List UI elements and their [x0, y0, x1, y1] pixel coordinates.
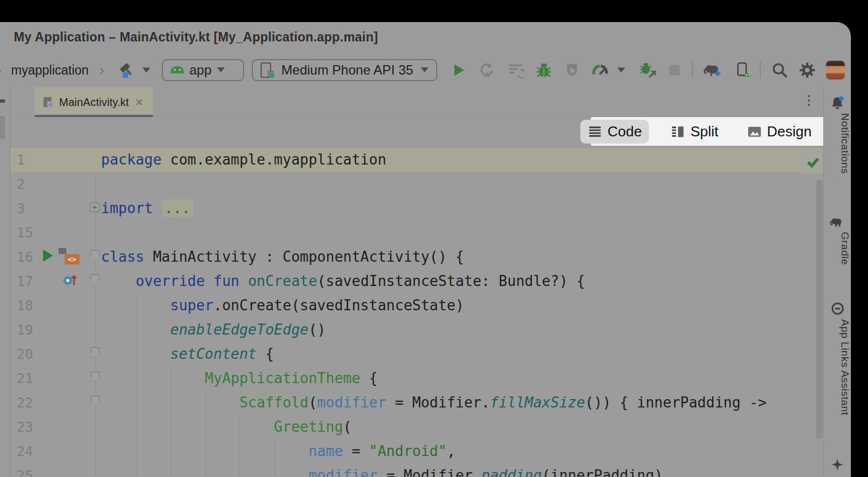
- module-selector[interactable]: app: [162, 59, 244, 81]
- sidebar-item-gradle[interactable]: Gradle: [824, 232, 851, 265]
- mode-split-label: Split: [690, 123, 718, 140]
- ide-window: My Application – MainActivity.kt [My_App…: [0, 22, 851, 477]
- code-text: modifier = Modifier.padding(innerPadding…: [101, 467, 663, 477]
- profiler-gauge-icon[interactable]: [592, 62, 608, 78]
- mode-split-button[interactable]: Split: [663, 120, 726, 144]
- inspections-status[interactable]: [801, 150, 824, 174]
- code-text: class MainActivity : ComponentActivity()…: [101, 248, 464, 265]
- code-text: enableEdgeToEdge(): [101, 321, 326, 338]
- bell-icon[interactable]: [824, 96, 851, 110]
- code-line[interactable]: 2: [0, 172, 824, 197]
- code-line[interactable]: 15: [0, 221, 824, 245]
- code-text: setContent {: [101, 346, 274, 362]
- override-method-gutter-icon[interactable]: [62, 271, 78, 290]
- sidebar-item-app-links-assistant[interactable]: App Links Assistant: [824, 319, 851, 415]
- code-line[interactable]: 3import ...: [0, 197, 824, 221]
- user-avatar[interactable]: [826, 61, 845, 80]
- chevron-down-icon[interactable]: [142, 67, 150, 72]
- scrollbar[interactable]: [816, 179, 823, 439]
- code-text: super.onCreate(savedInstanceState): [101, 297, 464, 314]
- run-button[interactable]: [451, 62, 466, 78]
- line-number[interactable]: 23: [17, 419, 33, 435]
- app-links-icon[interactable]: [824, 301, 851, 316]
- mode-design-label: Design: [767, 123, 812, 140]
- run-gutter-icon[interactable]: [43, 250, 53, 262]
- line-number[interactable]: 15: [17, 225, 33, 241]
- tab-mainactivity[interactable]: MainActivity.kt ✕: [35, 87, 153, 117]
- line-number[interactable]: 18: [17, 298, 33, 314]
- line-number[interactable]: 20: [17, 346, 33, 362]
- code-line[interactable]: 20 setContent {: [0, 342, 824, 367]
- compose-preview-gutter-icon[interactable]: <>: [59, 248, 80, 264]
- toolbar-divider: [760, 62, 761, 78]
- gradle-elephant-icon[interactable]: [824, 215, 851, 229]
- attach-debugger-icon[interactable]: [639, 61, 657, 79]
- chevron-down-icon[interactable]: [617, 67, 625, 72]
- stop-button: [669, 65, 680, 75]
- kotlin-file-icon: [41, 96, 54, 109]
- breadcrumb[interactable]: myapplication: [11, 62, 89, 77]
- code-line[interactable]: 21 MyApplicationTheme {: [0, 367, 824, 391]
- code-text: Scaffold(modifier = Modifier.fillMaxSize…: [101, 394, 766, 411]
- code-line[interactable]: 19 enableEdgeToEdge(): [0, 318, 824, 342]
- gradle-sync-icon[interactable]: [703, 61, 723, 79]
- check-ok-icon: [805, 154, 821, 169]
- code-text: import ...: [101, 200, 193, 216]
- code-text: override fun onCreate(savedInstanceState…: [101, 273, 585, 289]
- line-number[interactable]: 17: [17, 273, 33, 289]
- settings-gear-icon[interactable]: [798, 61, 816, 79]
- code-line[interactable]: 23 Greeting(: [0, 415, 824, 439]
- code-text: name = "Android",: [101, 443, 456, 459]
- code-line[interactable]: 22 Scaffold(modifier = Modifier.fillMaxS…: [0, 391, 824, 415]
- code-editor[interactable]: 1package com.example.myapplication23impo…: [0, 146, 824, 477]
- device-selector-label: Medium Phone API 35: [282, 62, 414, 78]
- device-phone-icon: [261, 62, 274, 78]
- code-lines: 1package com.example.myapplication23impo…: [0, 148, 824, 477]
- code-line[interactable]: 25 modifier = Modifier.padding(innerPadd…: [0, 464, 824, 477]
- line-number[interactable]: 21: [17, 370, 33, 386]
- window-title: My Application – MainActivity.kt [My_App…: [14, 30, 378, 45]
- main-toolbar: › myapplication › app Medium Phone API 3…: [0, 52, 851, 87]
- search-icon[interactable]: [771, 61, 788, 79]
- chevron-right-icon: ›: [0, 63, 2, 77]
- chevron-down-icon: [421, 67, 428, 72]
- code-line[interactable]: 24 name = "Android",: [0, 439, 824, 464]
- code-text: MyApplicationTheme {: [101, 370, 378, 386]
- code-line[interactable]: 16class MainActivity : ComponentActivity…: [0, 245, 824, 269]
- view-mode-switcher: Code Split Design: [591, 117, 827, 146]
- toolbar-divider: [692, 62, 693, 78]
- editor-toolbar: Code Split Design: [0, 117, 851, 146]
- code-line[interactable]: 17 override fun onCreate(savedInstanceSt…: [0, 269, 824, 294]
- close-icon[interactable]: ✕: [135, 96, 144, 109]
- debug-button[interactable]: [536, 62, 552, 78]
- code-text: Greeting(: [101, 418, 352, 435]
- more-options-icon[interactable]: [808, 95, 810, 106]
- left-tool-strip: [0, 87, 10, 477]
- line-number[interactable]: 16: [17, 249, 33, 265]
- apply-changes-icon: A: [478, 62, 495, 78]
- mode-code-button[interactable]: Code: [580, 120, 649, 144]
- sparkle-icon[interactable]: [824, 458, 851, 471]
- editor-tab-bar: MainActivity.kt ✕: [0, 87, 851, 117]
- left-strip-divider: [0, 116, 5, 139]
- line-number[interactable]: 25: [17, 468, 33, 477]
- line-number[interactable]: 19: [17, 322, 33, 338]
- mode-design-button[interactable]: Design: [740, 120, 819, 144]
- fold-expand-icon[interactable]: +: [90, 203, 99, 212]
- code-line[interactable]: 1package com.example.myapplication: [0, 148, 824, 172]
- line-number[interactable]: 22: [17, 395, 33, 411]
- code-view-icon: [588, 124, 602, 139]
- line-number[interactable]: 3: [17, 200, 25, 216]
- sidebar-item-notifications[interactable]: Notifications: [824, 113, 851, 174]
- device-manager-icon[interactable]: [734, 61, 752, 79]
- line-number[interactable]: 24: [17, 443, 33, 459]
- code-line[interactable]: 18 super.onCreate(savedInstanceState): [0, 294, 824, 318]
- chevron-right-icon: ›: [99, 63, 104, 77]
- line-number[interactable]: 2: [17, 176, 25, 192]
- line-number[interactable]: 1: [17, 152, 25, 168]
- left-strip-icon[interactable]: [0, 99, 5, 103]
- build-hammer-icon[interactable]: [117, 61, 135, 79]
- device-selector[interactable]: Medium Phone API 35: [252, 59, 437, 81]
- module-selector-label: app: [189, 62, 211, 78]
- right-tool-stripe: Notifications Gradle App Links Assistant: [823, 87, 851, 477]
